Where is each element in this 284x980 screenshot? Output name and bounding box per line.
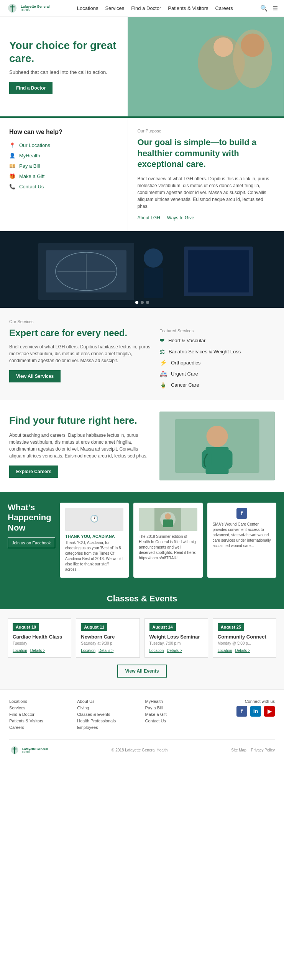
footer-link-employees[interactable]: Employees <box>77 725 139 730</box>
event-details-link-3[interactable]: Details > <box>167 648 182 653</box>
event-location-link-2[interactable]: Location <box>81 648 95 653</box>
search-icon[interactable]: 🔍 <box>260 5 268 12</box>
event-card-2: August 11 Newborn Care Saturday at 9:30 … <box>76 618 140 658</box>
person-icon: 👤 <box>9 153 15 158</box>
footer-link-contact[interactable]: Contact Us <box>145 719 207 723</box>
event-location-link-3[interactable]: Location <box>149 648 164 653</box>
careers-text: About teaching and careers. Dapibus habi… <box>9 432 150 459</box>
youtube-icon[interactable]: ▶ <box>264 706 275 717</box>
site-map-link[interactable]: Site Map <box>231 748 246 752</box>
purpose-column: Our Purpose Our goal is simple—to build … <box>128 118 284 231</box>
careers-title: Find your future right here. <box>9 414 150 427</box>
hero-photo <box>128 17 284 116</box>
featured-ortho[interactable]: ⚡ Orthopaedics <box>159 359 275 366</box>
help-link-locations[interactable]: 📍 Our Locations <box>9 142 118 148</box>
help-link-label: Pay a Bill <box>19 163 40 169</box>
footer-logo[interactable]: Lafayette General Health <box>9 745 48 756</box>
bone-icon: ⚡ <box>159 359 167 366</box>
footer-link-giving[interactable]: Giving <box>77 706 139 710</box>
ambulance-icon: 🚑 <box>159 370 167 377</box>
card-text-3: SMA's Wound Care Center provides conveni… <box>213 522 271 549</box>
site-footer: Locations Services Find a Doctor Patient… <box>0 689 284 760</box>
carousel-dots <box>135 301 149 304</box>
footer-link-about[interactable]: About Us <box>77 699 139 704</box>
footer-link-careers[interactable]: Careers <box>9 725 71 730</box>
svg-rect-20 <box>202 450 211 469</box>
footer-link-pay-bill[interactable]: Pay a Bill <box>145 706 207 710</box>
dot-1[interactable] <box>135 301 138 304</box>
footer-link-services[interactable]: Services <box>9 706 71 710</box>
help-link-pay-bill[interactable]: 💴 Pay a Bill <box>9 163 118 169</box>
footer-link-patients[interactable]: Patients & Visitors <box>9 719 71 723</box>
card-text-1: Thank YOU, Acadiana, for choosing us as … <box>65 540 123 572</box>
help-link-myhealth[interactable]: 👤 MyHealth <box>9 153 118 158</box>
svg-rect-21 <box>223 450 232 469</box>
events-title: Classes & Events <box>0 588 284 609</box>
footer-link-health-pros[interactable]: Health Professionals <box>77 719 139 723</box>
footer-link-find-doctor[interactable]: Find a Doctor <box>9 712 71 717</box>
nav-locations[interactable]: Locations <box>77 5 98 11</box>
hero-section: Your choice for great care. Subhead that… <box>0 17 284 116</box>
find-doctor-button[interactable]: Find a Doctor <box>9 82 53 94</box>
hero-subtitle: Subhead that can lead into the call to a… <box>9 69 127 75</box>
event-details-link-1[interactable]: Details > <box>30 648 45 653</box>
help-purpose-section: How can we help? 📍 Our Locations 👤 MyHea… <box>0 116 284 231</box>
footer-link-classes[interactable]: Classes & Events <box>77 712 139 717</box>
help-link-make-gift[interactable]: 🎁 Make a Gift <box>9 173 118 179</box>
help-column: How can we help? 📍 Our Locations 👤 MyHea… <box>0 118 128 231</box>
dot-3[interactable] <box>146 301 149 304</box>
svg-point-5 <box>241 33 264 57</box>
careers-section: Find your future right here. About teach… <box>0 400 284 492</box>
happening-card-1: 🕐 THANK YOU, ACADIANA Thank YOU, Acadian… <box>60 503 129 578</box>
nav-patients[interactable]: Patients & Visitors <box>168 5 208 11</box>
featured-urgent[interactable]: 🚑 Urgent Care <box>159 370 275 377</box>
purpose-title: Our goal is simple—to build a healthier … <box>137 137 275 170</box>
featured-heart[interactable]: ❤ Heart & Vascular <box>159 337 275 344</box>
join-facebook-button[interactable]: Join us on Facebook <box>8 537 55 548</box>
view-all-events-button[interactable]: View All Events <box>117 665 166 678</box>
purpose-text: Brief overview of what LGH offers. Dapib… <box>137 175 275 210</box>
purpose-links: About LGH Ways to Give <box>137 215 275 220</box>
event-location-link-1[interactable]: Location <box>13 648 27 653</box>
event-details-link-4[interactable]: Details > <box>235 648 250 653</box>
ways-to-give-link[interactable]: Ways to Give <box>167 215 194 220</box>
careers-photo <box>159 412 275 480</box>
nav-services[interactable]: Services <box>105 5 124 11</box>
happening-layout: What's Happening Now Join us on Facebook… <box>8 503 276 578</box>
view-all-services-button[interactable]: View All Services <box>9 370 61 382</box>
event-name-4: Community Connect <box>218 634 271 640</box>
site-header: Lafayette General Health Locations Servi… <box>0 0 284 17</box>
logo[interactable]: Lafayette General Health <box>6 2 50 15</box>
svg-rect-13 <box>144 268 163 298</box>
footer-link-myhealth[interactable]: MyHealth <box>145 699 207 704</box>
phone-icon: 📞 <box>9 184 15 189</box>
menu-icon[interactable]: ☰ <box>273 5 278 12</box>
event-actions-2: Location Details > <box>81 648 135 653</box>
event-date-4: August 25 <box>218 623 244 631</box>
featured-item-label: Urgent Care <box>171 371 198 377</box>
footer-connect: Connect with us f in ▶ <box>213 699 275 732</box>
featured-item-label: Orthopaedics <box>171 360 200 366</box>
gift-icon: 🎁 <box>9 173 15 179</box>
location-pin-icon: 📍 <box>9 142 15 148</box>
services-inner: Expert care for every need. Brief overvi… <box>9 327 275 389</box>
footer-link-make-gift[interactable]: Make a Gift <box>145 712 207 717</box>
linkedin-icon[interactable]: in <box>250 706 261 717</box>
event-date-3: August 14 <box>149 623 176 631</box>
nav-find-doctor[interactable]: Find a Doctor <box>131 5 161 11</box>
event-location-link-4[interactable]: Location <box>218 648 232 653</box>
nav-careers[interactable]: Careers <box>215 5 233 11</box>
privacy-policy-link[interactable]: Privacy Policy <box>251 748 275 752</box>
facebook-icon[interactable]: f <box>236 706 247 717</box>
help-link-contact[interactable]: 📞 Contact Us <box>9 184 118 189</box>
services-left: Expert care for every need. Brief overvi… <box>9 327 150 389</box>
event-details-link-2[interactable]: Details > <box>98 648 113 653</box>
featured-bariatric[interactable]: ⚖ Bariatric Services & Weight Loss <box>159 348 275 355</box>
footer-link-locations[interactable]: Locations <box>9 699 71 704</box>
explore-careers-button[interactable]: Explore Careers <box>9 466 58 478</box>
help-link-label: Make a Gift <box>19 173 44 179</box>
services-label: Our Services <box>9 319 275 324</box>
featured-cancer[interactable]: 🎍 Cancer Care <box>159 381 275 389</box>
about-lgh-link[interactable]: About LGH <box>137 215 160 220</box>
dot-2[interactable] <box>141 301 144 304</box>
